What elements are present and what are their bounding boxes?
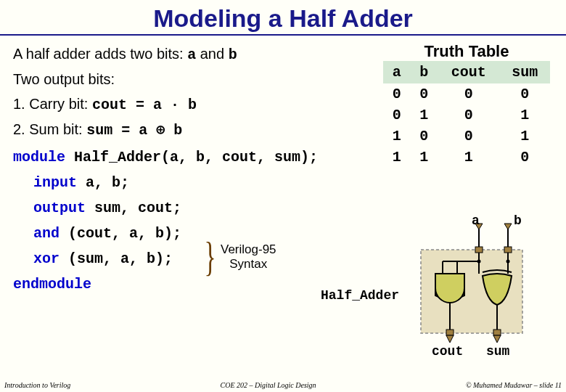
code-l1: Half_Adder(a, b, cout, sum);: [65, 149, 318, 166]
table-row: 1110: [383, 147, 550, 168]
table-row: 0101: [383, 105, 550, 126]
kw-xor: xor: [33, 250, 60, 267]
diag-input-a: a: [472, 213, 480, 228]
svg-rect-29: [493, 330, 501, 335]
slide-title: Modeling a Half Adder: [0, 0, 566, 33]
footer-left: Introduction to Verilog: [4, 381, 70, 389]
curly-brace-icon: }: [204, 234, 216, 280]
svg-rect-28: [446, 330, 454, 335]
code-l4: (cout, a, b);: [60, 225, 181, 242]
th-b: b: [410, 61, 437, 83]
var-b: b: [229, 46, 237, 63]
syntax-note-l1: Verilog-95: [221, 242, 276, 256]
circuit-diagram: a b Half_Adder cout sum: [399, 219, 544, 357]
code-l5: (sum, a, b);: [60, 250, 173, 267]
syntax-note: Verilog-95 Syntax: [221, 242, 276, 271]
diag-module-label: Half_Adder: [321, 288, 399, 303]
table-header-row: a b cout sum: [383, 61, 550, 83]
th-cout: cout: [438, 61, 500, 83]
svg-marker-30: [446, 335, 454, 343]
step2-code: sum = a ⊕ b: [86, 122, 182, 139]
svg-marker-31: [493, 335, 501, 343]
step1-prefix: 1. Carry bit:: [13, 96, 92, 112]
diag-cout: cout: [432, 344, 463, 359]
kw-and: and: [33, 225, 60, 242]
footer-right: © Muhamed Mudawar – slide 11: [466, 381, 562, 389]
kw-module: module: [13, 149, 65, 166]
th-sum: sum: [499, 61, 550, 83]
desc-and: and: [196, 46, 228, 62]
code-l3: sum, cout;: [86, 200, 181, 216]
truth-table: a b cout sum 0000 0101 1001 1110: [383, 61, 550, 168]
th-a: a: [383, 61, 410, 83]
kw-input: input: [33, 174, 77, 191]
kw-endmodule: endmodule: [13, 276, 91, 293]
step2-prefix: 2. Sum bit:: [13, 121, 86, 137]
circuit-svg: [399, 219, 544, 357]
var-a: a: [187, 46, 196, 63]
syntax-note-l2: Syntax: [229, 257, 267, 271]
desc-prefix: A half adder adds two bits:: [13, 46, 187, 62]
kw-output: output: [33, 200, 86, 216]
code-l2: a, b;: [77, 174, 129, 191]
step1-code: cout = a · b: [92, 97, 197, 113]
table-row: 1001: [383, 126, 550, 147]
truth-table-title: Truth Table: [383, 42, 550, 61]
diag-sum: sum: [486, 344, 509, 359]
footer: Introduction to Verilog COE 202 – Digita…: [0, 381, 566, 389]
svg-rect-4: [504, 247, 512, 253]
svg-marker-33: [504, 224, 512, 229]
truth-table-block: Truth Table a b cout sum 0000 0101 1001 …: [383, 42, 550, 168]
diag-input-b: b: [514, 213, 522, 228]
svg-rect-3: [475, 247, 483, 253]
footer-center: COE 202 – Digital Logic Design: [221, 381, 316, 389]
table-row: 0000: [383, 83, 550, 105]
title-underline: [0, 34, 566, 36]
